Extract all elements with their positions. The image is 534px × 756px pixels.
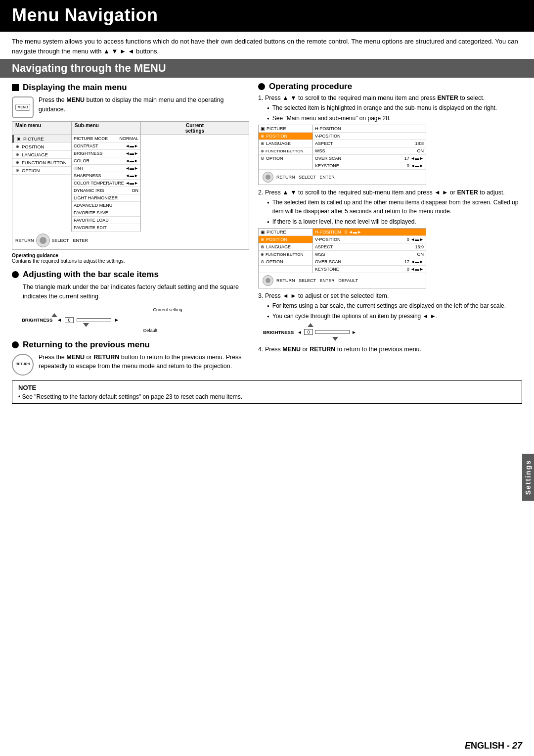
ms1-row-picture: ▣ PICTURE H-POSITION [259, 125, 426, 133]
returning-menu-section: Returning to the previous menu RETURN Pr… [12, 340, 249, 376]
sub-item-picture-mode: PICTURE MODENORMAL [72, 135, 140, 142]
step-3-bullets: For items using a bar scale, the current… [258, 301, 522, 321]
bar-value: 0 [65, 317, 74, 323]
ms2-row-function: ⊕ FUNCTION BUTTON WSSON [259, 251, 426, 258]
menu-icon-wrap: MENU [12, 96, 34, 118]
step-3-bullet-2: You can cycle through the options of an … [267, 312, 522, 321]
bar-row [22, 313, 249, 317]
main-menu-item-language: ⊛ LANGUAGE [12, 151, 71, 159]
left-arrow-icon: ◄ [57, 317, 62, 323]
menu-button-icon: MENU [12, 96, 34, 118]
triangle-up-icon [51, 313, 57, 317]
sub-menu-col-header: Sub-menu [72, 122, 141, 135]
ms1-row-language: ⊛ LANGUAGE ASPECT18:8 [259, 140, 426, 147]
displaying-main-menu-body: MENU Press the MENU button to display th… [12, 95, 249, 118]
sub-item-light-harmonizer: LIGHT HARMONIZER [72, 194, 140, 202]
step-2-header: 2. Press ▲ ▼ to scroll to the required s… [258, 189, 522, 196]
sub-item-contrast: CONTRAST◄▬► [72, 142, 140, 150]
triangle-down-icon [83, 323, 89, 327]
ms1-row-position: ⊕ POSITION V-POSITION [259, 133, 426, 140]
returning-menu-text: Press the MENU or RETURN button to retur… [12, 353, 249, 372]
step-1-bullets: The selected item is highlighted in oran… [258, 103, 522, 123]
adjusting-bar-body: The triangle mark under the bar indicate… [12, 283, 249, 301]
displaying-main-menu-title: Displaying the main menu [12, 83, 249, 93]
menu-diagram-header: Main menu Sub-menu Currentsettings [12, 122, 249, 135]
main-menu-col-header: Main menu [12, 122, 72, 135]
sub-item-favorite-load: FAVORITE LOAD [72, 217, 140, 224]
step-2: 2. Press ▲ ▼ to scroll to the required s… [258, 189, 522, 288]
brightness-label: BRIGHTNESS [22, 317, 54, 323]
step-3-brightness-label: BRIGHTNESS [263, 330, 295, 335]
ms2-row-keystone: KEYSTONE0 ◄▬► [259, 266, 426, 273]
step-3-brightness-widget: BRIGHTNESS ◄ 0 ► [263, 328, 356, 336]
sub-item-color: COLOR◄▬► [72, 157, 140, 165]
return-icon-wrap: RETURN [12, 354, 34, 376]
right-column: Operating procedure 1. Press ▲ ▼ to scro… [258, 78, 522, 376]
select-nav-icon [36, 234, 50, 247]
sub-item-dynamic-iris: DYNAMIC IRISON [72, 187, 140, 194]
bar-diagram: Current setting BRIGHTNESS ◄ 0 ► [12, 305, 249, 335]
ms2-row-position: ⊕ POSITION V-POSITION0 ◄▬► [259, 236, 426, 243]
ms2-controls: RETURN SELECT ENTER DEFAULT [259, 273, 426, 288]
step-3: 3. Press ◄ ► to adjust or set the select… [258, 292, 522, 342]
step-3-bullet-1: For items using a bar scale, the current… [267, 301, 522, 310]
sub-menu-items: PICTURE MODENORMAL CONTRAST◄▬► BRIGHTNES… [72, 135, 141, 232]
step3-triangle-up [308, 323, 313, 327]
adjusting-bar-title: Adjusting with the bar scale items [12, 270, 249, 280]
step-1-bullet-1: The selected item is highlighted in oran… [267, 103, 522, 112]
bullet-circle-3-icon [258, 83, 265, 90]
note-title: NOTE [18, 384, 516, 391]
main-menu-item-position: ⊕ POSITION [12, 143, 71, 151]
step-1-header: 1. Press ▲ ▼ to scroll to the required m… [258, 94, 522, 101]
step-3-bar-line [315, 330, 350, 334]
main-content: Displaying the main menu MENU Press the … [0, 78, 534, 376]
sub-item-color-temp: COLOR TEMPERATURE◄▬► [72, 180, 140, 187]
step-1: 1. Press ▲ ▼ to scroll to the required m… [258, 94, 522, 185]
sub-item-tint: TINT◄▬► [72, 165, 140, 172]
intro-text: The menu system allows you to access fun… [0, 32, 534, 59]
adjusting-bar-section: Adjusting with the bar scale items The t… [12, 270, 249, 335]
step-1-bullet-2: See "Main menu and sub-menu" on page 28. [267, 114, 522, 123]
step-2-bullets: The selected item is called up and the o… [258, 198, 522, 226]
step-4-header: 4. Press MENU or RETURN to return to the… [258, 346, 522, 353]
left-column: Displaying the main menu MENU Press the … [12, 78, 249, 376]
bar-scale-row: BRIGHTNESS ◄ 0 ► [22, 317, 249, 323]
main-menu-item-option: ⊙ OPTION [12, 167, 71, 175]
sub-item-brightness: BRIGHTNESS◄▬► [72, 150, 140, 157]
step-2-bullet-2: If there is a lower level, the next leve… [267, 217, 522, 226]
step-3-bar-diagram: BRIGHTNESS ◄ 0 ► [258, 322, 522, 342]
step-3-header: 3. Press ◄ ► to adjust or set the select… [258, 292, 522, 299]
page-footer: ENGLISH - 27 [465, 741, 522, 751]
ms2-row-option: ⊙ OPTION OVER SCAN17 ◄▬► [259, 258, 426, 266]
current-setting-label: Current setting [22, 307, 249, 312]
main-menu-item-function: ⊕ FUNCTION BUTTON [12, 159, 71, 167]
step-2-bullet-1: The selected item is called up and the o… [267, 198, 522, 216]
black-square-icon [12, 84, 19, 91]
footer-text: ENGLISH - 27 [465, 741, 522, 751]
menu-diagram-controls: RETURN SELECT ENTER [12, 232, 249, 249]
menu-screenshot-2: ▣ PICTURE H-POSITION 0 ◄▬► ⊕ POSITION V-… [258, 228, 426, 288]
sub-item-advanced-menu: ADVANCED MENU [72, 202, 140, 209]
section-header: Navigating through the MENU [0, 59, 534, 78]
step-4: 4. Press MENU or RETURN to return to the… [258, 346, 522, 353]
page-title: Menu Navigation [12, 5, 522, 26]
note-box: NOTE • See "Resetting to the factory def… [12, 380, 522, 404]
returning-menu-title: Returning to the previous menu [12, 340, 249, 350]
right-arrow-icon: ► [114, 317, 119, 323]
note-body: • See "Resetting to the factory default … [18, 393, 516, 400]
page-title-bar: Menu Navigation [0, 0, 534, 32]
ms2-row-picture: ▣ PICTURE H-POSITION 0 ◄▬► [259, 229, 426, 236]
main-menu-item-picture: ▣ PICTURE [12, 135, 71, 143]
menu-diagram: Main menu Sub-menu Currentsettings ▣ PIC… [12, 121, 249, 250]
bullet-circle-2-icon [12, 341, 19, 348]
sub-item-sharpness: SHARPNESS◄▬► [72, 172, 140, 180]
bar-scale-line [77, 318, 111, 322]
main-menu-items: ▣ PICTURE ⊕ POSITION ⊛ LANGUAGE ⊕ FUNCTI… [12, 135, 72, 232]
default-setting-label: Default [22, 328, 249, 333]
ms1-row-function: ⊕ FUNCTION BUTTON WSSON [259, 147, 426, 155]
ms2-row-language: ⊛ LANGUAGE ASPECT16:9 [259, 243, 426, 251]
ms1-row-option: ⊙ OPTION OVER SCAN17 ◄▬► [259, 155, 426, 162]
ms1-nav-icon [263, 172, 273, 183]
sub-item-favorite-edit: FAVORITE EDIT [72, 224, 140, 232]
step3-triangle-down [332, 337, 338, 341]
